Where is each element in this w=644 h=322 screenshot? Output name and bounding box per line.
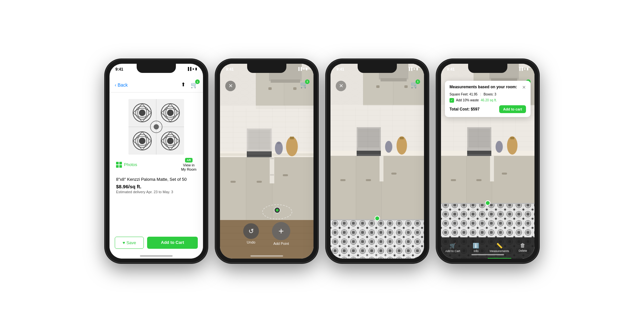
- camera-background-3: [330, 64, 424, 259]
- undo-control[interactable]: ↺ Undo: [243, 223, 259, 244]
- svg-rect-43: [270, 174, 274, 176]
- undo-label: Undo: [247, 240, 255, 244]
- product-delivery: Estimated delivery Apr. 23 to May. 3: [116, 190, 196, 194]
- svg-rect-23: [268, 87, 272, 90]
- phone1-content: ‹ Back ⬆ 🛒 1: [110, 78, 203, 259]
- save-button[interactable]: ♥ Save: [115, 237, 144, 249]
- tab-measurements[interactable]: 📏 Measurements: [488, 237, 511, 259]
- share-icon[interactable]: ⬆: [181, 81, 185, 89]
- svg-rect-33: [230, 181, 236, 183]
- popup-close-button[interactable]: ✕: [522, 85, 526, 90]
- ar-label: View inMy Room: [181, 163, 196, 172]
- back-button[interactable]: ‹ Back: [115, 82, 128, 88]
- cart-badge-2: 1: [305, 79, 310, 84]
- status-icons-3: ▐▐ ● ▮: [408, 67, 418, 71]
- product-image-area: [110, 93, 203, 158]
- ar-tab-bar: 🛒 Add to Cart ℹ️ Info 📏 Measurements 🗑 D…: [441, 237, 534, 259]
- svg-rect-65: [290, 137, 294, 139]
- status-icons-1: ▐▐ ● ▮: [187, 67, 197, 71]
- nav-bar-1: ‹ Back ⬆ 🛒 1: [110, 78, 203, 93]
- svg-rect-149: [490, 156, 494, 181]
- status-time-1: 9:41: [115, 67, 123, 72]
- svg-point-117: [385, 141, 392, 153]
- phone-1-screen: 9:41 ▐▐ ● ▮ ‹ Back ⬆ 🛒 1: [110, 64, 203, 259]
- svg-rect-118: [330, 220, 424, 259]
- status-time-4: 9:41: [447, 67, 455, 72]
- phone-3: 9:41 ▐▐ ● ▮ ✕ 🛒 1: [327, 60, 428, 263]
- phone-4-screen: 9:41 ▐▐ ● ▮ ✕ 🛒 1 Measurements based on …: [441, 64, 534, 259]
- ar-badge: AR: [185, 158, 193, 162]
- total-cost: Total Cost: $597: [449, 107, 480, 111]
- svg-rect-26: [271, 79, 300, 83]
- chevron-left-icon: ‹: [115, 82, 116, 88]
- undo-button[interactable]: ↺: [243, 223, 259, 239]
- svg-rect-87: [381, 78, 407, 81]
- ar-cart-icon-3[interactable]: 🛒 1: [411, 81, 419, 89]
- svg-rect-144: [476, 179, 482, 181]
- home-indicator-1: [140, 255, 173, 257]
- tab-delete-label: Delete: [518, 249, 527, 252]
- cart-icon-wrap[interactable]: 🛒 1: [191, 81, 198, 89]
- popup-title: Measurements based on your room:: [449, 85, 517, 90]
- svg-point-14: [167, 138, 174, 144]
- add-point-label: Add Point: [273, 242, 289, 246]
- svg-point-167: [496, 141, 503, 153]
- svg-point-64: [286, 137, 298, 156]
- svg-point-120: [375, 216, 380, 221]
- svg-rect-95: [391, 173, 397, 175]
- svg-rect-34: [257, 181, 262, 183]
- svg-rect-91: [356, 156, 381, 221]
- tab-info[interactable]: ℹ️ Info: [465, 237, 488, 259]
- svg-rect-31: [246, 157, 272, 223]
- tab-info-label: Info: [474, 249, 479, 253]
- tile-image-svg: [128, 99, 184, 155]
- cart-tab-icon: 🛒: [449, 243, 456, 249]
- notch-1: [137, 64, 176, 73]
- popup-total-row: Total Cost: $597 Add to cart: [449, 105, 526, 113]
- svg-rect-35: [283, 174, 288, 176]
- svg-rect-30: [220, 157, 246, 223]
- svg-rect-90: [330, 156, 356, 221]
- home-indicator-2: [250, 255, 283, 257]
- tab-add-to-cart-label: Add to Cart: [445, 249, 460, 253]
- phone-3-screen: 9:41 ▐▐ ● ▮ ✕ 🛒 1: [330, 64, 424, 259]
- status-icons-4: ▐▐ ● ▮: [518, 67, 529, 71]
- tab-delete[interactable]: 🗑 Delete: [511, 237, 535, 259]
- info-tab-icon: ℹ️: [473, 243, 479, 249]
- status-time-2: 9:41: [226, 67, 234, 72]
- phone-4: 9:41 ▐▐ ● ▮ ✕ 🛒 1 Measurements based on …: [437, 60, 538, 263]
- svg-rect-166: [510, 137, 514, 139]
- tab-measurements-label: Measurements: [490, 249, 509, 253]
- photos-label: Photos: [124, 162, 137, 167]
- view-options: Photos AR View inMy Room: [110, 158, 203, 174]
- product-price: $8.96/sq ft.: [116, 184, 196, 189]
- measurements-popup: Measurements based on your room: ✕ Squar…: [445, 81, 531, 117]
- ar-cart-icon-2[interactable]: 🛒 1: [300, 81, 308, 89]
- tab-add-to-cart[interactable]: 🛒 Add to Cart: [441, 237, 465, 259]
- svg-rect-94: [366, 179, 371, 181]
- waste-label: Add 10% waste: [456, 98, 479, 102]
- ar-view-button[interactable]: AR View inMy Room: [181, 158, 196, 172]
- photos-button[interactable]: Photos: [116, 162, 137, 168]
- status-time-3: 9:41: [336, 67, 344, 72]
- svg-rect-143: [451, 179, 456, 181]
- square-feet-value: Square Feet: 41.95: [449, 93, 478, 96]
- add-point-button[interactable]: +: [272, 222, 290, 240]
- add-to-cart-button[interactable]: Add to Cart: [147, 237, 198, 249]
- phone-2-screen: 9:41 ▐▐ ● ▮ ✕ 🛒 1 ↺ Undo: [220, 64, 314, 259]
- ar-close-button-3[interactable]: ✕: [336, 81, 346, 91]
- measurements-tab-icon: 📏: [496, 243, 503, 249]
- svg-rect-24: [293, 87, 297, 90]
- nav-icons: ⬆ 🛒 1: [181, 81, 198, 89]
- add-point-control[interactable]: + Add Point: [272, 222, 290, 246]
- ar-close-button-2[interactable]: ✕: [225, 81, 236, 91]
- popup-add-to-cart-button[interactable]: Add to cart: [499, 105, 526, 113]
- waste-checkbox[interactable]: ✓: [449, 98, 454, 103]
- svg-rect-44: [220, 106, 314, 151]
- photos-grid-icon: [116, 162, 122, 168]
- popup-header: Measurements based on your room: ✕: [449, 85, 526, 90]
- svg-rect-84: [376, 85, 380, 88]
- status-icons-2: ▐▐ ● ▮: [297, 67, 308, 71]
- save-label: Save: [127, 240, 136, 245]
- cart-badge-3: 1: [415, 79, 420, 84]
